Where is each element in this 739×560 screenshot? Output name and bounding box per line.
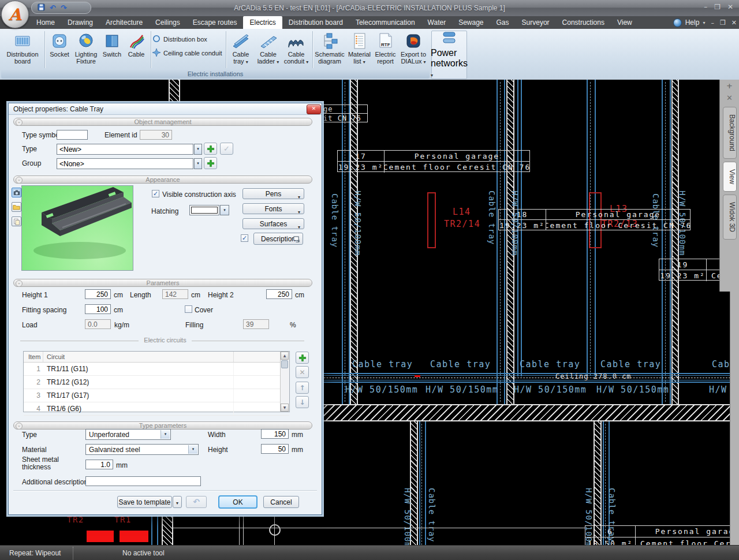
- help-label[interactable]: Help: [685, 18, 700, 27]
- hatching-dropdown-button[interactable]: ▾: [220, 205, 229, 215]
- collapse-chevron-icon[interactable]: ⌄: [16, 423, 23, 430]
- group-add-button[interactable]: [204, 157, 217, 169]
- description-button[interactable]: Description: [253, 233, 303, 245]
- redo-icon[interactable]: ↷: [61, 2, 67, 14]
- tab-constructions[interactable]: Constructions: [556, 16, 611, 29]
- type-dropdown-button[interactable]: ▾: [194, 144, 202, 155]
- dialog-close-button[interactable]: ✕: [307, 104, 321, 114]
- ceiling-cable-conduit-button[interactable]: Ceiling cable conduit: [152, 47, 227, 59]
- column-header-item[interactable]: Item: [24, 352, 43, 362]
- section-type-parameters[interactable]: ⌄ Type parameters: [13, 421, 312, 430]
- save-to-template-dropdown[interactable]: ▾: [173, 496, 182, 508]
- circuits-scrollbar[interactable]: ▲ ▼: [280, 352, 289, 412]
- preview-copy-button[interactable]: [12, 216, 21, 226]
- arcadia-logo-icon[interactable]: A: [1, 1, 29, 28]
- distribution-box-button[interactable]: Distribution box: [152, 33, 227, 46]
- collapse-chevron-icon[interactable]: ⌄: [16, 280, 23, 287]
- tab-sewage[interactable]: Sewage: [452, 16, 490, 29]
- type-add-button[interactable]: [204, 143, 217, 155]
- fonts-button[interactable]: Fonts▾: [242, 203, 304, 214]
- circuit-row[interactable]: 4TR1/6 (G6): [24, 402, 289, 416]
- tab-view[interactable]: View: [611, 16, 639, 29]
- save-icon[interactable]: [38, 3, 45, 13]
- tab-telecommunication[interactable]: Telecommunication: [349, 16, 421, 29]
- description-checkbox[interactable]: ✓: [241, 234, 248, 242]
- circuit-row[interactable]: 2TR1/12 (G12): [24, 376, 289, 389]
- minimize-icon[interactable]: –: [704, 3, 707, 11]
- type-symbol-input[interactable]: [57, 130, 88, 140]
- mdi-restore-icon[interactable]: ❒: [720, 19, 726, 27]
- pens-button[interactable]: Pens▾: [242, 188, 304, 199]
- circuit-row[interactable]: 1TR1/11 (G11): [24, 363, 289, 376]
- tab-distribution-board[interactable]: Distribution board: [282, 16, 349, 29]
- tab-home[interactable]: Home: [30, 16, 61, 29]
- fitting-spacing-input[interactable]: [85, 304, 111, 314]
- group-dropdown-button[interactable]: ▾: [194, 158, 202, 169]
- mdi-close-icon[interactable]: ✕: [731, 19, 737, 27]
- group-input[interactable]: [57, 158, 193, 169]
- collapse-chevron-icon[interactable]: ⌄: [16, 177, 23, 184]
- tray-height-input[interactable]: [261, 444, 289, 454]
- column-header-circuit[interactable]: Circuit: [43, 352, 234, 362]
- hatching-swatch[interactable]: [189, 205, 219, 215]
- sheet-thickness-input[interactable]: [85, 460, 113, 469]
- export-dialux-button[interactable]: Export to DIALux ▾: [398, 31, 428, 69]
- scrollbar-thumb[interactable]: [281, 360, 288, 368]
- height2-input[interactable]: [266, 289, 292, 299]
- material-select[interactable]: Galvanized steel▾: [85, 444, 199, 455]
- section-parameters[interactable]: ⌄ Parameters: [13, 279, 312, 287]
- restore-icon[interactable]: ❒: [714, 3, 721, 11]
- type-accept-button[interactable]: ✓: [220, 143, 233, 155]
- panel-close-icon[interactable]: ✕: [720, 92, 739, 104]
- scroll-down-icon[interactable]: ▼: [281, 404, 289, 412]
- visible-construction-axis-checkbox[interactable]: ✓: [152, 190, 159, 197]
- circuit-move-down-button[interactable]: ↓: [296, 396, 309, 408]
- panel-tab-widok-3d[interactable]: Widok 3D: [723, 195, 737, 240]
- additional-description-input[interactable]: [85, 476, 201, 486]
- pin-icon[interactable]: +: [720, 80, 739, 92]
- cable-conduit-button[interactable]: Cable conduit ▾: [282, 31, 310, 69]
- circuit-add-button[interactable]: [296, 352, 309, 364]
- tab-surveyor[interactable]: Surveyor: [516, 16, 556, 29]
- cover-checkbox[interactable]: ✓: [185, 305, 192, 313]
- section-object-management[interactable]: ⌄ Object management: [13, 118, 312, 126]
- tab-electrics[interactable]: Electrics: [243, 16, 282, 29]
- ok-button[interactable]: OK: [218, 495, 257, 509]
- panel-tab-view[interactable]: View: [723, 162, 737, 192]
- tab-ceilings[interactable]: Ceilings: [149, 16, 186, 29]
- height1-input[interactable]: [85, 289, 111, 299]
- tab-drawing[interactable]: Drawing: [61, 16, 99, 29]
- schematic-diagram-button[interactable]: Schematic diagram: [314, 31, 345, 69]
- circuit-delete-button[interactable]: ✕: [296, 366, 309, 378]
- object-3d-preview[interactable]: [21, 185, 133, 271]
- preview-folder-button[interactable]: [12, 202, 21, 212]
- circuit-move-up-button[interactable]: ↑: [296, 382, 309, 394]
- tab-water[interactable]: Water: [421, 16, 453, 29]
- cable-tray-button[interactable]: Cable tray ▾: [227, 31, 254, 69]
- status-repeat[interactable]: Repeat: Wipeout: [9, 549, 61, 557]
- cancel-button[interactable]: Cancel: [263, 496, 299, 508]
- tab-gas[interactable]: Gas: [490, 16, 516, 29]
- preview-camera-button[interactable]: [12, 188, 21, 197]
- help-globe-icon[interactable]: [673, 18, 682, 27]
- cable-ladder-button[interactable]: Cable ladder ▾: [255, 31, 282, 69]
- tray-type-select[interactable]: Unperforated▾: [85, 429, 171, 440]
- width-input[interactable]: [261, 429, 289, 439]
- type-input[interactable]: [57, 144, 193, 155]
- distribution-board-button[interactable]: Distribution board: [3, 31, 42, 69]
- circuits-table[interactable]: Item Circuit 1TR1/11 (G11)2TR1/12 (G12)3…: [23, 351, 290, 412]
- dialog-title[interactable]: Object properties: Cable Tray: [9, 103, 322, 115]
- electric-report-button[interactable]: RTF Electric report: [373, 31, 398, 69]
- surfaces-button[interactable]: Surfaces▾: [242, 218, 304, 229]
- material-list-button[interactable]: Material list ▾: [346, 31, 372, 69]
- switch-button[interactable]: Switch: [100, 31, 124, 69]
- collapse-chevron-icon[interactable]: ⌄: [16, 119, 23, 126]
- scroll-up-icon[interactable]: ▲: [281, 352, 289, 360]
- close-icon[interactable]: ✕: [727, 3, 733, 11]
- save-to-template-button[interactable]: Save to template: [117, 496, 172, 508]
- tab-architecture[interactable]: Architecture: [99, 16, 149, 29]
- circuit-row[interactable]: 3TR1/17 (G17): [24, 389, 289, 402]
- mdi-minimize-icon[interactable]: –: [711, 19, 714, 27]
- socket-button[interactable]: Socket: [46, 31, 73, 69]
- cable-button[interactable]: Cable: [124, 31, 149, 69]
